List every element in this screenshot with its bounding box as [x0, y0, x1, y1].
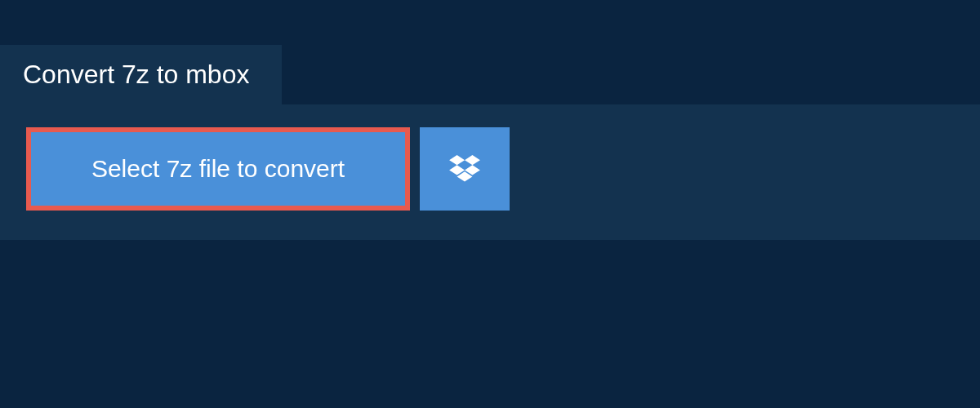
dropbox-icon	[449, 155, 480, 183]
page-title: Convert 7z to mbox	[23, 60, 249, 89]
select-file-label: Select 7z file to convert	[91, 155, 345, 183]
dropbox-button[interactable]	[420, 127, 510, 211]
select-file-button[interactable]: Select 7z file to convert	[26, 127, 410, 211]
button-row: Select 7z file to convert	[26, 127, 954, 211]
tab-header: Convert 7z to mbox	[0, 45, 282, 104]
main-panel: Select 7z file to convert	[0, 104, 980, 240]
